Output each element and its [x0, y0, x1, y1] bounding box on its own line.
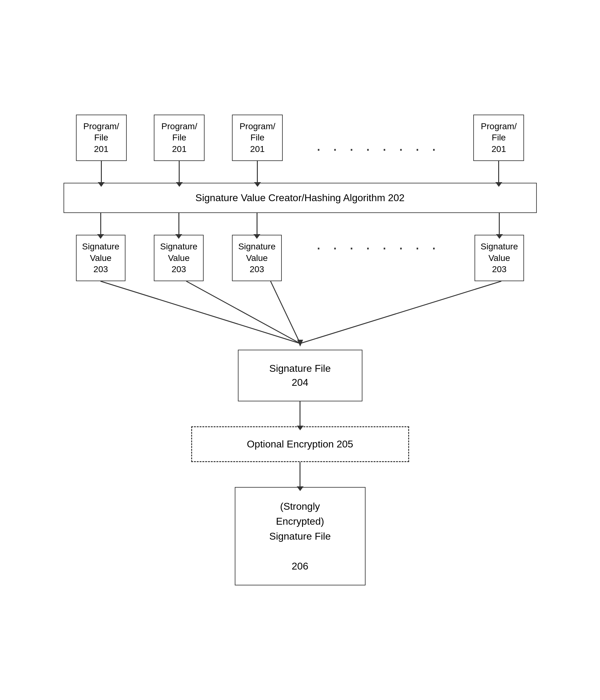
- program-col-4: Program/File201: [473, 115, 524, 183]
- program-col-3: Program/File201: [232, 115, 283, 183]
- signature-file-box: Signature File 204: [238, 350, 362, 401]
- program-arrow-row: Program/File201 Program/File201 Program/…: [64, 115, 537, 183]
- svg-line-3: [300, 281, 501, 344]
- arrow-to-encrypted: [300, 462, 300, 487]
- converge-svg: [64, 281, 537, 350]
- encrypted-number: 206: [292, 560, 308, 572]
- sig-col-4: SignatureValue203: [475, 213, 524, 281]
- program-box-3: Program/File201: [232, 115, 283, 161]
- svg-line-2: [271, 281, 300, 344]
- arrow-s4: [499, 213, 500, 235]
- arrow-p1: [101, 161, 102, 183]
- arrow-s2: [178, 213, 179, 235]
- sig-file-label: Signature File: [269, 363, 331, 374]
- hashing-box: Signature Value Creator/Hashing Algorith…: [64, 183, 537, 213]
- program-box-1: Program/File201: [76, 115, 127, 161]
- dots-mid: · · · · · · · ·: [310, 213, 446, 256]
- sig-box-3: SignatureValue203: [232, 235, 282, 281]
- optional-encryption-box: Optional Encryption 205: [191, 426, 409, 462]
- sig-col-2: SignatureValue203: [154, 213, 204, 281]
- program-col-2: Program/File201: [154, 115, 205, 183]
- arrow-s1: [100, 213, 101, 235]
- svg-line-0: [100, 281, 300, 344]
- sig-col-1: SignatureValue203: [76, 213, 126, 281]
- program-box-2: Program/File201: [154, 115, 205, 161]
- sig-box-4: SignatureValue203: [475, 235, 524, 281]
- sig-arrow-row: SignatureValue203 SignatureValue203 Sign…: [64, 213, 537, 281]
- diagram: Program/File201 Program/File201 Program/…: [51, 96, 549, 604]
- dots-top: · · · · · · · ·: [310, 139, 446, 183]
- program-col-1: Program/File201: [76, 115, 127, 183]
- arrow-s3: [256, 213, 257, 235]
- arrow-p3: [257, 161, 258, 183]
- encrypted-label: (StronglyEncrypted)Signature File: [269, 501, 331, 542]
- sig-file-number: 204: [292, 377, 308, 388]
- encrypted-sig-box: (StronglyEncrypted)Signature File 206: [235, 487, 366, 585]
- program-box-4: Program/File201: [473, 115, 524, 161]
- arrow-p2: [179, 161, 180, 183]
- sig-col-3: SignatureValue203: [232, 213, 282, 281]
- arrow-p4: [498, 161, 499, 183]
- sig-box-2: SignatureValue203: [154, 235, 204, 281]
- converge-section: [64, 281, 537, 350]
- svg-line-1: [186, 281, 300, 344]
- arrow-to-enc: [300, 401, 300, 426]
- sig-box-1: SignatureValue203: [76, 235, 126, 281]
